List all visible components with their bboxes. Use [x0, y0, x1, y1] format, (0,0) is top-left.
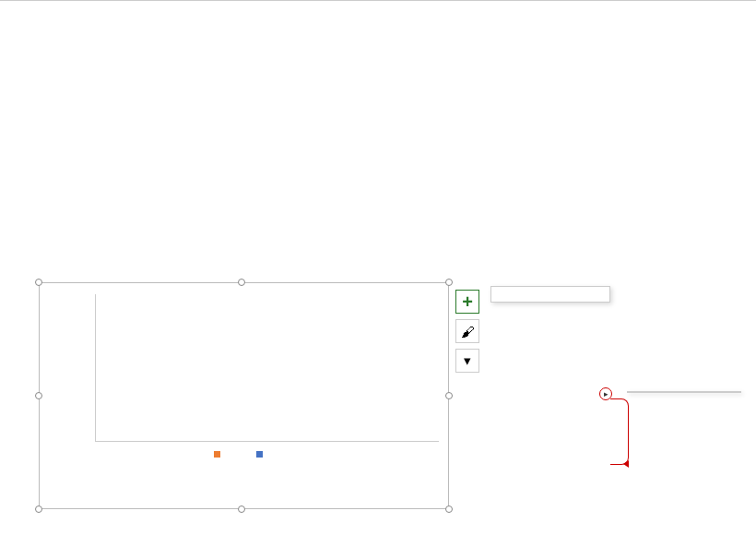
resize-handle[interactable]	[445, 279, 453, 286]
annotation-arrow	[610, 398, 629, 465]
y-axis-labels	[49, 294, 95, 442]
resize-handle[interactable]	[445, 505, 453, 513]
chart-elements-panel	[490, 286, 610, 303]
error-bars-submenu	[627, 391, 741, 393]
filter-icon: ▾	[464, 352, 471, 369]
resize-handle[interactable]	[238, 279, 245, 286]
chart-filter-button[interactable]: ▾	[455, 349, 479, 373]
chart[interactable]	[39, 282, 449, 509]
resize-handle[interactable]	[35, 392, 42, 399]
chart-legend[interactable]	[40, 446, 448, 463]
page-title	[15, 16, 660, 21]
chart-elements-title	[491, 292, 609, 296]
chart-plot-area[interactable]	[95, 294, 439, 442]
annotation-arrow-tip	[623, 460, 629, 468]
column-headers	[0, 0, 756, 1]
resize-handle[interactable]	[445, 392, 453, 399]
chart-elements-button[interactable]: +	[455, 290, 479, 314]
resize-handle[interactable]	[238, 505, 245, 513]
brush-icon: 🖌	[461, 324, 475, 339]
resize-handle[interactable]	[35, 279, 42, 286]
chart-styles-button[interactable]: 🖌	[455, 319, 479, 343]
resize-handle[interactable]	[35, 505, 42, 513]
